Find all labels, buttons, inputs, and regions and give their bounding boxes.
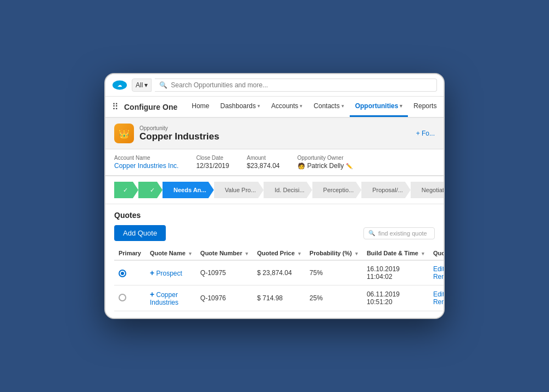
search-box: 🔍 <box>155 79 437 92</box>
stage-item-7[interactable]: Proposal/... <box>361 182 411 198</box>
quotes-table: Primary Quote Name ▾ Quote Number ▾ Quot… <box>114 247 445 311</box>
fields-row: Account Name Copper Industries Inc. Clos… <box>105 149 444 176</box>
edit-link[interactable]: Edit <box>433 290 445 298</box>
chevron-down-icon: ▾ <box>144 81 148 89</box>
follow-button[interactable]: + Fo... <box>416 130 435 137</box>
all-label: All <box>136 81 143 89</box>
quote-number-cell: Q-10975 <box>196 260 253 285</box>
apps-icon[interactable]: ⠿ <box>112 102 119 112</box>
page-header: 👑 Opportunity Copper Industries + Fo... <box>105 118 444 149</box>
find-existing-input[interactable]: 🔍 find existing quote <box>363 227 435 239</box>
col-build-date[interactable]: Build Date & Time ▾ <box>362 247 429 260</box>
expand-icon[interactable]: + <box>150 290 154 299</box>
stage-item-4[interactable]: Value Pro... <box>214 182 264 198</box>
stage-item-1[interactable]: ✓ <box>114 182 138 198</box>
build-date-cell: 16.10.2019 11:04:02 <box>362 260 429 285</box>
sort-icon: ▾ <box>189 251 192 256</box>
opportunity-icon: 👑 <box>114 124 134 143</box>
stage-item-8[interactable]: Negotiati... <box>411 182 444 198</box>
quote-name-link[interactable]: Copper Industries <box>150 291 178 306</box>
progress-bar: ✓ ✓ Needs An... Value Pro... Id. Decisi.… <box>105 176 444 204</box>
owner-value: 🧑 Patrick Delly ✏️ <box>298 162 353 170</box>
table-row: + Copper Industries Q-10976 $ 714.98 25%… <box>114 285 445 311</box>
table-header-row: Primary Quote Name ▾ Quote Number ▾ Quot… <box>114 247 445 260</box>
sort-icon: ▾ <box>355 251 358 256</box>
close-date-label: Close Date <box>196 155 229 161</box>
owner-label: Opportunity Owner <box>298 155 353 161</box>
build-date-cell: 06.11.2019 10:51:20 <box>362 285 429 311</box>
quotes-toolbar: Add Quote 🔍 find existing quote <box>114 225 435 241</box>
search-input[interactable] <box>171 81 432 89</box>
stage-item-2[interactable]: ✓ <box>138 182 163 198</box>
browser-window: ☁ All ▾ 🔍 ⠿ Configure One Home Dashboard… <box>104 73 445 319</box>
owner-edit-icon[interactable]: ✏️ <box>346 163 352 169</box>
search-group: All ▾ 🔍 <box>132 79 437 92</box>
table-row: + Prospect Q-10975 $ 23,874.04 75% 16.10… <box>114 260 445 285</box>
amount-field: Amount $23,874.04 <box>247 155 279 170</box>
probability-cell: 25% <box>305 285 362 311</box>
stage-item-3[interactable]: Needs An... <box>163 182 214 198</box>
account-name-field: Account Name Copper Industries Inc. <box>114 155 178 170</box>
account-name-value[interactable]: Copper Industries Inc. <box>114 162 178 170</box>
quote-options-cell: Edit Results Remove <box>429 285 445 311</box>
quote-name-link[interactable]: Prospect <box>156 270 182 277</box>
primary-radio-checked[interactable] <box>119 270 126 277</box>
nav-reports[interactable]: Reports ▾ <box>408 97 437 117</box>
salesforce-logo: ☁ <box>112 80 127 91</box>
stage-item-5[interactable]: Id. Decisi... <box>264 182 312 198</box>
amount-label: Amount <box>247 155 279 161</box>
quote-name-cell: + Prospect <box>145 260 196 285</box>
col-quote-number[interactable]: Quote Number ▾ <box>196 247 253 260</box>
page-title: Copper Industries <box>139 131 219 142</box>
probability-cell: 75% <box>305 260 362 285</box>
search-icon: 🔍 <box>368 230 375 236</box>
primary-radio-cell[interactable] <box>114 285 145 311</box>
quote-options-cell: Edit Results Remove <box>429 260 445 285</box>
quotes-header: Quotes <box>114 211 435 220</box>
page-header-left: 👑 Opportunity Copper Industries <box>114 124 219 143</box>
find-existing-placeholder: find existing quote <box>378 230 427 237</box>
quoted-price-cell: $ 23,874.04 <box>253 260 305 285</box>
nav-brand: Configure One <box>124 103 177 111</box>
col-probability[interactable]: Probability (%) ▾ <box>305 247 362 260</box>
sort-icon: ▾ <box>298 251 301 256</box>
stage-item-6[interactable]: Perceptio... <box>312 182 362 198</box>
nav-accounts[interactable]: Accounts ▾ <box>266 97 308 117</box>
chevron-down-icon: ▾ <box>300 103 302 109</box>
chevron-down-icon: ▾ <box>400 103 402 109</box>
remove-link[interactable]: Remove <box>433 273 445 281</box>
quote-number-cell: Q-10976 <box>196 285 253 311</box>
remove-link[interactable]: Remove <box>433 298 445 306</box>
close-date-field: Close Date 12/31/2019 <box>196 155 229 170</box>
close-date-value: 12/31/2019 <box>196 162 229 170</box>
col-primary: Primary <box>114 247 145 260</box>
edit-link[interactable]: Edit <box>433 265 445 273</box>
col-quoted-price[interactable]: Quoted Price ▾ <box>253 247 305 260</box>
sort-icon: ▾ <box>422 251 424 256</box>
page-type-label: Opportunity <box>139 125 219 131</box>
nav-opportunities[interactable]: Opportunities ▾ <box>350 97 408 117</box>
primary-radio-unchecked[interactable] <box>119 294 126 301</box>
all-dropdown[interactable]: All ▾ <box>132 79 152 92</box>
owner-field: Opportunity Owner 🧑 Patrick Delly ✏️ <box>298 155 353 170</box>
col-quote-options: Quote Options <box>429 247 445 260</box>
quote-name-cell: + Copper Industries <box>145 285 196 311</box>
amount-value: $23,874.04 <box>247 162 279 170</box>
col-quote-name[interactable]: Quote Name ▾ <box>145 247 196 260</box>
nav-bar: ⠿ Configure One Home Dashboards ▾ Accoun… <box>105 97 444 118</box>
chevron-down-icon: ▾ <box>341 103 344 109</box>
primary-radio-cell[interactable] <box>114 260 145 285</box>
sort-icon: ▾ <box>245 251 248 256</box>
chevron-down-icon: ▾ <box>257 103 260 109</box>
owner-avatar-icon: 🧑 <box>298 163 305 170</box>
quotes-section: Quotes Add Quote 🔍 find existing quote P… <box>105 204 444 318</box>
search-icon: 🔍 <box>159 81 167 89</box>
account-name-label: Account Name <box>114 155 178 161</box>
nav-contacts[interactable]: Contacts ▾ <box>308 97 349 117</box>
add-quote-button[interactable]: Add Quote <box>114 225 166 241</box>
expand-icon[interactable]: + <box>150 268 154 277</box>
svg-text:☁: ☁ <box>117 82 122 88</box>
nav-dashboards[interactable]: Dashboards ▾ <box>215 97 266 117</box>
quoted-price-cell: $ 714.98 <box>253 285 305 311</box>
nav-home[interactable]: Home <box>186 97 215 117</box>
